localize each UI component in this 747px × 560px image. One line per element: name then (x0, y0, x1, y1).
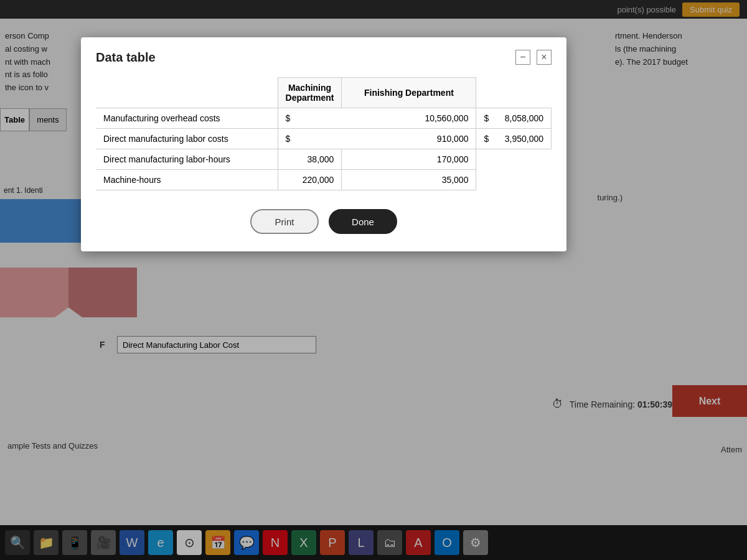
table-row: Direct manufacturing labor-hours38,00017… (96, 149, 552, 170)
row-1-finish-dollar: $ (476, 129, 490, 149)
print-button[interactable]: Print (250, 209, 319, 234)
table-header-row: Machining Department Finishing Departmen… (96, 78, 552, 108)
row-2-finish-value: 170,000 (342, 149, 476, 170)
row-0-label: Manufacturing overhead costs (96, 108, 278, 129)
modal-controls: − × (515, 50, 552, 65)
row-3-label: Machine-hours (96, 170, 278, 190)
row-0-finish-amount: 8,058,000 (490, 108, 551, 129)
col-header-finishing: Finishing Department (342, 78, 476, 108)
col-header-machining: Machining Department (278, 78, 342, 108)
modal-header: Data table − × (96, 50, 552, 65)
row-0-finish-dollar: $ (476, 108, 490, 129)
row-2-label: Direct manufacturing labor-hours (96, 149, 278, 170)
col-header-empty (96, 78, 278, 108)
modal-buttons: Print Done (96, 209, 552, 234)
row-3-finish-value: 35,000 (342, 170, 476, 190)
table-row: Direct manufacturing labor costs$910,000… (96, 129, 552, 149)
row-0-machine-dollar: $ (278, 108, 342, 129)
data-table-modal: Data table − × Machining Department Fini… (81, 37, 566, 251)
table-row: Manufacturing overhead costs$10,560,000$… (96, 108, 552, 129)
row-1-label: Direct manufacturing labor costs (96, 129, 278, 149)
row-1-finish-amount: 3,950,000 (490, 129, 551, 149)
row-0-machine-amount: 10,560,000 (342, 108, 476, 129)
close-button[interactable]: × (537, 50, 552, 65)
modal-title: Data table (96, 50, 156, 65)
row-1-machine-dollar: $ (278, 129, 342, 149)
data-table: Machining Department Finishing Departmen… (96, 77, 552, 190)
row-1-machine-amount: 910,000 (342, 129, 476, 149)
table-row: Machine-hours220,00035,000 (96, 170, 552, 190)
row-3-machine-value: 220,000 (278, 170, 342, 190)
minimize-button[interactable]: − (515, 50, 530, 65)
row-2-machine-value: 38,000 (278, 149, 342, 170)
done-button[interactable]: Done (329, 209, 397, 234)
